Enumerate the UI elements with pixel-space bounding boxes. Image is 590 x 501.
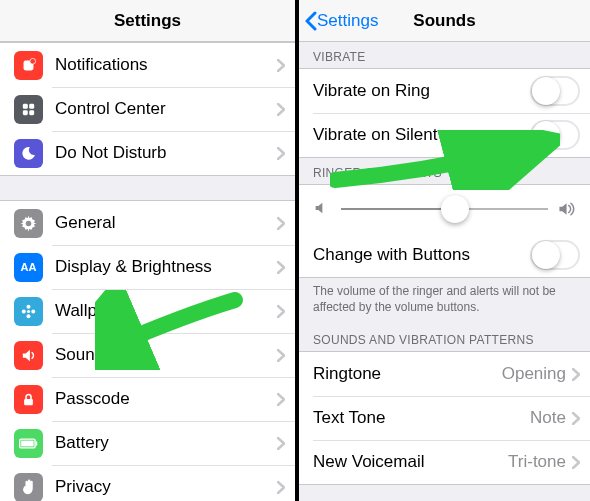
section-header-patterns: SOUNDS AND VIBRATION PATTERNS [299,325,590,351]
page-title: Settings [114,11,181,31]
row-label: Do Not Disturb [55,143,277,163]
navbar-left: Settings [0,0,295,42]
row-wallpaper[interactable]: Wallpaper [0,289,295,333]
row-sounds[interactable]: Sounds [0,333,295,377]
row-label: Wallpaper [55,301,277,321]
row-change-with-buttons[interactable]: Change with Buttons [299,233,590,277]
svg-text:AA: AA [20,261,36,273]
ringer-list: Change with Buttons [299,184,590,278]
hand-icon [14,473,43,502]
chevron-right-icon [572,368,580,381]
chevron-right-icon [277,481,285,494]
vibrate-list: Vibrate on Ring Vibrate on Silent [299,68,590,158]
toggle-vibrate-on-ring[interactable] [530,76,580,106]
row-label: Passcode [55,389,277,409]
svg-rect-16 [21,440,33,446]
row-detail: Tri-tone [508,452,566,472]
row-detail: Note [530,408,566,428]
toggle-change-with-buttons[interactable] [530,240,580,270]
svg-rect-2 [23,103,28,108]
svg-rect-5 [29,110,34,115]
row-vibrate-on-ring[interactable]: Vibrate on Ring [299,69,590,113]
chevron-right-icon [277,437,285,450]
svg-rect-3 [29,103,34,108]
page-title: Sounds [413,11,475,31]
chevron-right-icon [277,349,285,362]
row-label: Vibrate on Ring [313,81,530,101]
chevron-right-icon [277,217,285,230]
row-label: Notifications [55,55,277,75]
chevron-right-icon [277,393,285,406]
row-label: New Voicemail [313,452,508,472]
row-control-center[interactable]: Control Center [0,87,295,131]
back-button[interactable]: Settings [305,11,378,31]
flower-icon [14,297,43,326]
settings-group-2: General AA Display & Brightness Wallpape… [0,200,295,501]
chevron-right-icon [277,261,285,274]
section-header-vibrate: VIBRATE [299,42,590,68]
svg-point-9 [27,309,30,312]
chevron-right-icon [277,103,285,116]
brightness-icon: AA [14,253,43,282]
settings-root-pane: Settings Notifications Control Center Do… [0,0,295,501]
row-label: Change with Buttons [313,245,530,265]
patterns-list: Ringtone Opening Text Tone Note New Voic… [299,351,590,485]
chevron-right-icon [277,147,285,160]
battery-icon [14,429,43,458]
chevron-right-icon [572,412,580,425]
row-notifications[interactable]: Notifications [0,43,295,87]
speaker-icon [14,341,43,370]
row-label: Battery [55,433,277,453]
volume-high-icon [558,200,576,218]
back-label: Settings [317,11,378,31]
moon-icon [14,139,43,168]
row-general[interactable]: General [0,201,295,245]
row-label: Vibrate on Silent [313,125,530,145]
row-label: Ringtone [313,364,502,384]
row-passcode[interactable]: Passcode [0,377,295,421]
gear-icon [14,209,43,238]
sounds-detail-pane: Settings Sounds VIBRATE Vibrate on Ring … [299,0,590,501]
svg-point-12 [22,309,26,313]
row-privacy[interactable]: Privacy [0,465,295,501]
row-display-brightness[interactable]: AA Display & Brightness [0,245,295,289]
volume-low-icon [313,200,331,218]
svg-point-7 [26,220,32,226]
row-new-voicemail[interactable]: New Voicemail Tri-tone [299,440,590,484]
svg-point-10 [27,304,31,308]
row-detail: Opening [502,364,566,384]
chevron-right-icon [572,456,580,469]
row-volume-slider[interactable] [299,185,590,233]
svg-rect-14 [24,398,33,404]
navbar-right: Settings Sounds [299,0,590,42]
row-vibrate-on-silent[interactable]: Vibrate on Silent [299,113,590,157]
row-label: Control Center [55,99,277,119]
svg-rect-17 [36,441,37,445]
row-do-not-disturb[interactable]: Do Not Disturb [0,131,295,175]
chevron-right-icon [277,59,285,72]
svg-point-11 [27,314,31,318]
toggle-vibrate-on-silent[interactable] [530,120,580,150]
row-label: General [55,213,277,233]
control-center-icon [14,95,43,124]
section-header-ringer: RINGER AND ALERTS [299,158,590,184]
row-battery[interactable]: Battery [0,421,295,465]
chevron-right-icon [277,305,285,318]
notifications-icon [14,51,43,80]
svg-point-13 [31,309,35,313]
row-label: Sounds [55,345,277,365]
lock-icon [14,385,43,414]
volume-slider[interactable] [341,194,548,224]
svg-rect-4 [23,110,28,115]
row-label: Display & Brightness [55,257,277,277]
row-label: Privacy [55,477,277,497]
svg-point-1 [30,58,36,64]
row-ringtone[interactable]: Ringtone Opening [299,352,590,396]
section-footer-ringer: The volume of the ringer and alerts will… [299,278,590,325]
settings-group-1: Notifications Control Center Do Not Dist… [0,42,295,176]
row-label: Text Tone [313,408,530,428]
row-text-tone[interactable]: Text Tone Note [299,396,590,440]
